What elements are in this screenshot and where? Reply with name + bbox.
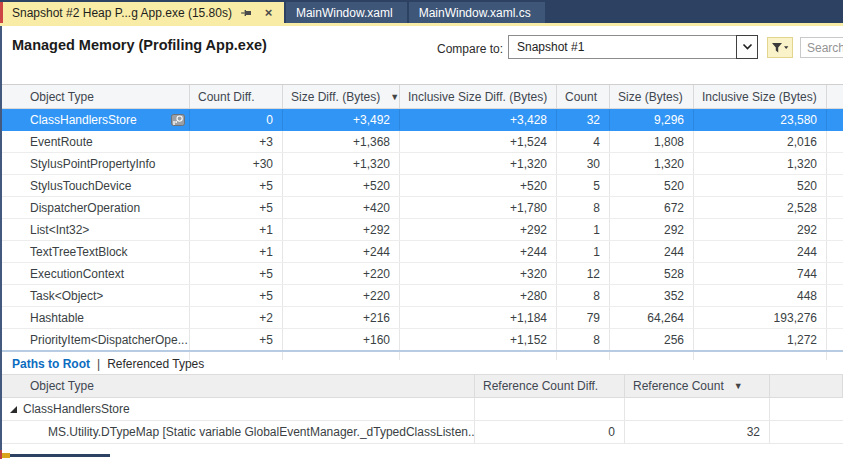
column-header-count[interactable]: Count: [557, 85, 610, 108]
cell-object-type[interactable]: DispatcherOperation: [2, 197, 190, 218]
cell-size-diff[interactable]: +1,320: [283, 153, 400, 174]
cell-filler[interactable]: [827, 241, 843, 262]
cell-inclusive-size[interactable]: 2,528: [694, 197, 827, 218]
column-header-inclusive-size-bytes-[interactable]: Inclusive Size (Bytes): [694, 85, 827, 108]
cell-object-type[interactable]: ClassHandlersStore: [2, 109, 190, 130]
cell-count[interactable]: 8: [557, 285, 610, 306]
cell-count-diff[interactable]: +5: [190, 263, 283, 284]
cell-filler[interactable]: [827, 153, 843, 174]
cell-object-type[interactable]: StylusTouchDevice: [2, 175, 190, 196]
tab-mainwindow-xaml-cs[interactable]: MainWindow.xaml.cs: [409, 2, 545, 23]
table-row[interactable]: PriorityItem<DispatcherOpe...+5+160+1,15…: [2, 329, 843, 351]
cell-size-diff[interactable]: +220: [283, 263, 400, 284]
cell-filler[interactable]: [827, 263, 843, 284]
cell-inclusive-size-diff[interactable]: +280: [400, 285, 557, 306]
tab-referenced-types[interactable]: Referenced Types: [107, 357, 204, 371]
cell-inclusive-size-diff[interactable]: +1,184: [400, 307, 557, 328]
table-row[interactable]: ClassHandlersStore0+3,492+3,428329,29623…: [2, 109, 843, 131]
cell-filler[interactable]: [827, 329, 843, 350]
cell-inclusive-size[interactable]: 1,320: [694, 153, 827, 174]
tab-mainwindow-xaml[interactable]: MainWindow.xaml: [286, 2, 407, 23]
cell-size[interactable]: 520: [610, 175, 694, 196]
column-header-reference-count[interactable]: Reference Count▼: [625, 375, 770, 397]
cell-size-diff[interactable]: +292: [283, 219, 400, 240]
column-header-reference-count-diff-[interactable]: Reference Count Diff.: [475, 375, 625, 397]
cell-object-type[interactable]: ClassHandlersStore: [2, 398, 475, 420]
cell-count-diff[interactable]: +2: [190, 307, 283, 328]
cell-size-diff[interactable]: +520: [283, 175, 400, 196]
cell-count[interactable]: 4: [557, 131, 610, 152]
cell-count-diff[interactable]: +3: [190, 131, 283, 152]
table-row[interactable]: List<Int32>+1+292+2921292292: [2, 219, 843, 241]
cell-filler[interactable]: [827, 219, 843, 240]
table-row[interactable]: DispatcherOperation+5+420+1,78086722,528: [2, 197, 843, 219]
cell-size-diff[interactable]: +244: [283, 241, 400, 262]
cell-filler[interactable]: [827, 109, 843, 130]
cell-size[interactable]: 256: [610, 329, 694, 350]
cell-count[interactable]: 32: [557, 109, 610, 130]
cell-count[interactable]: 1: [557, 241, 610, 262]
cell-inclusive-size[interactable]: 1,272: [694, 329, 827, 350]
cell-inclusive-size[interactable]: 244: [694, 241, 827, 262]
cell-reference-count[interactable]: [625, 398, 770, 420]
cell-count-diff[interactable]: +1: [190, 219, 283, 240]
cell-size[interactable]: 672: [610, 197, 694, 218]
cell-inclusive-size[interactable]: 448: [694, 285, 827, 306]
cell-inclusive-size-diff[interactable]: +244: [400, 241, 557, 262]
cell-inclusive-size[interactable]: 193,276: [694, 307, 827, 328]
cell-size-diff[interactable]: +160: [283, 329, 400, 350]
cell-object-type[interactable]: TextTreeTextBlock: [2, 241, 190, 262]
cell-filler[interactable]: [827, 285, 843, 306]
cell-count-diff[interactable]: +5: [190, 197, 283, 218]
cell-object-type[interactable]: ExecutionContext: [2, 263, 190, 284]
cell-inclusive-size[interactable]: 520: [694, 175, 827, 196]
cell-size-diff[interactable]: +1,368: [283, 131, 400, 152]
cell-count-diff[interactable]: +1: [190, 241, 283, 262]
cell-count[interactable]: 12: [557, 263, 610, 284]
tree-row[interactable]: ClassHandlersStore: [2, 398, 843, 421]
cell-inclusive-size[interactable]: 744: [694, 263, 827, 284]
cell-object-type[interactable]: List<Int32>: [2, 219, 190, 240]
search-input[interactable]: [800, 37, 843, 58]
compare-to-combobox[interactable]: Snapshot #1: [508, 35, 758, 59]
cell-inclusive-size-diff[interactable]: +1,524: [400, 131, 557, 152]
cell-size[interactable]: 352: [610, 285, 694, 306]
table-row[interactable]: Hashtable+2+216+1,1847964,264193,276: [2, 307, 843, 329]
cell-inclusive-size-diff[interactable]: +1,152: [400, 329, 557, 350]
cell-count[interactable]: 8: [557, 329, 610, 350]
cell-size-diff[interactable]: +216: [283, 307, 400, 328]
cell-filler[interactable]: [827, 307, 843, 328]
tab-snapshot-heap[interactable]: Snapshot #2 Heap P...g App.exe (15.80s) …: [3, 2, 284, 23]
cell-filler[interactable]: [770, 398, 843, 420]
chevron-down-icon[interactable]: [736, 35, 758, 59]
cell-inclusive-size[interactable]: 23,580: [694, 109, 827, 130]
column-header-size-bytes-[interactable]: Size (Bytes): [610, 85, 694, 108]
table-row[interactable]: Task<Object>+5+220+2808352448: [2, 285, 843, 307]
table-row[interactable]: StylusPointPropertyInfo+30+1,320+1,32030…: [2, 153, 843, 175]
column-header-size-diff-bytes-[interactable]: Size Diff. (Bytes)▼: [283, 85, 400, 108]
cell-object-type[interactable]: StylusPointPropertyInfo: [2, 153, 190, 174]
cell-reference-count[interactable]: 32: [625, 421, 770, 443]
cell-size[interactable]: 292: [610, 219, 694, 240]
cell-filler[interactable]: [770, 421, 843, 443]
cell-filler[interactable]: [827, 175, 843, 196]
cell-object-type[interactable]: PriorityItem<DispatcherOpe...: [2, 329, 190, 350]
cell-count[interactable]: 79: [557, 307, 610, 328]
cell-reference-count-diff[interactable]: [475, 398, 625, 420]
cell-count[interactable]: 1: [557, 219, 610, 240]
cell-object-type[interactable]: EventRoute: [2, 131, 190, 152]
cell-inclusive-size-diff[interactable]: +292: [400, 219, 557, 240]
cell-inclusive-size-diff[interactable]: +520: [400, 175, 557, 196]
cell-filler[interactable]: [827, 131, 843, 152]
cell-inclusive-size[interactable]: 2,016: [694, 131, 827, 152]
cell-size[interactable]: 528: [610, 263, 694, 284]
cell-inclusive-size-diff[interactable]: +1,780: [400, 197, 557, 218]
column-header-object-type[interactable]: Object Type: [2, 375, 475, 397]
view-instances-icon[interactable]: [171, 114, 185, 126]
table-row[interactable]: TextTreeTextBlock+1+244+2441244244: [2, 241, 843, 263]
close-icon[interactable]: ×: [261, 5, 276, 20]
cell-count[interactable]: 5: [557, 175, 610, 196]
cell-count-diff[interactable]: 0: [190, 109, 283, 130]
column-header-count-diff-[interactable]: Count Diff.: [190, 85, 283, 108]
cell-size[interactable]: 1,808: [610, 131, 694, 152]
